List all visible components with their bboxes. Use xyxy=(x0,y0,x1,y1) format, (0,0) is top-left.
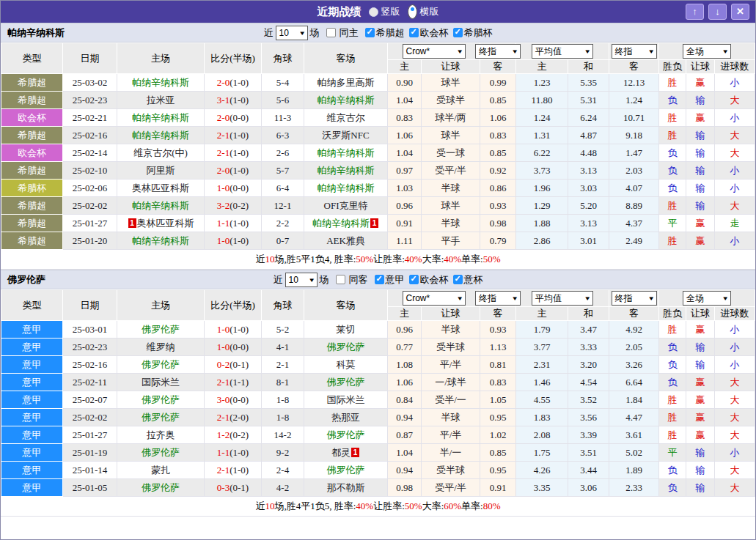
score-cell: 1-1(1-0) xyxy=(205,215,262,232)
same-venue-checkbox[interactable] xyxy=(336,275,345,284)
corners-cell: 4-1 xyxy=(262,339,304,356)
euro-away-odds: 4.37 xyxy=(609,215,659,232)
league-label[interactable]: 欧会杯 xyxy=(420,26,449,40)
final-odds-select[interactable]: 终指▾ xyxy=(475,291,521,306)
home-team-cell: 阿里斯 xyxy=(117,162,205,180)
window-title: 近期战绩 xyxy=(318,5,362,19)
close-button[interactable]: ✕ xyxy=(731,4,749,20)
same-venue-label[interactable]: 同客 xyxy=(349,273,368,286)
chevron-down-icon: ▾ xyxy=(458,295,462,302)
layout-radio-vertical[interactable]: 竖版 xyxy=(369,5,400,18)
euro-draw-odds: 3.13 xyxy=(568,162,609,180)
corners-cell: 0-7 xyxy=(262,232,304,250)
radio-selected-icon[interactable] xyxy=(408,4,417,19)
final-odds-select[interactable]: 终指▾ xyxy=(475,44,521,59)
match-count-select[interactable]: 10▾ xyxy=(276,26,308,40)
league-label[interactable]: 意甲 xyxy=(386,273,405,286)
euro-draw-odds: 5.20 xyxy=(568,197,609,215)
final-euro-select[interactable]: 终指▾ xyxy=(612,291,657,306)
match-row: 希腊超25-01-20帕纳辛纳科斯1-0(1-0)0-7AEK雅典1.11平手0… xyxy=(1,232,755,250)
league-checkbox[interactable]: ✓ xyxy=(409,275,419,284)
fulltime-score: 2-0 xyxy=(217,77,230,88)
euro-home-odds: 1.31 xyxy=(516,127,568,144)
score-cell: 1-1(1-0) xyxy=(205,444,262,462)
league-checkbox[interactable]: ✓ xyxy=(409,28,419,37)
home-team-name: 奥林匹亚科斯 xyxy=(137,218,194,229)
wdl-result: 负 xyxy=(659,92,686,109)
handicap-line: 球半/两 xyxy=(422,109,480,127)
euro-away-odds: 10.71 xyxy=(609,109,659,127)
radio-label[interactable]: 竖版 xyxy=(381,5,400,18)
handicap-home-odds: 0.98 xyxy=(388,479,422,497)
halftime-score: (1-0) xyxy=(230,324,249,335)
final-euro-select[interactable]: 终指▾ xyxy=(612,44,657,59)
euro-draw-odds: 3.47 xyxy=(568,321,609,339)
col-score: 比分(半场) xyxy=(205,43,262,74)
league-type-cell: 希腊杯 xyxy=(1,180,63,197)
handicap-home-odds: 1.06 xyxy=(388,127,422,144)
summary-text: 单率: xyxy=(461,253,483,266)
odds-source-select[interactable]: Crow*▾ xyxy=(403,291,466,306)
league-type-cell: 意甲 xyxy=(1,479,63,497)
average-select[interactable]: 平均值▾ xyxy=(532,291,593,306)
radio-icon[interactable] xyxy=(369,7,378,17)
layout-radio-horizontal[interactable]: 横版 xyxy=(408,4,439,19)
league-label[interactable]: 希腊杯 xyxy=(464,26,493,40)
home-team-cell: 佛罗伦萨 xyxy=(117,479,205,497)
match-count-select[interactable]: 10▾ xyxy=(285,273,318,287)
date-cell: 25-03-02 xyxy=(63,74,117,92)
average-select[interactable]: 平均值▾ xyxy=(532,44,593,59)
handicap-away-odds: 0.85 xyxy=(480,92,516,109)
league-checkbox[interactable]: ✓ xyxy=(365,28,375,37)
score-cell: 1-0(1-0) xyxy=(205,321,262,339)
match-row: 希腊超25-02-16帕纳辛纳科斯2-1(1-0)6-3沃罗斯NFC1.06球半… xyxy=(1,127,755,144)
euro-home-odds: 1.24 xyxy=(516,109,568,127)
league-type-cell: 欧会杯 xyxy=(1,109,63,127)
score-cell: 3-1(1-0) xyxy=(205,92,262,109)
wdl-result: 胜 xyxy=(659,321,686,339)
league-type-cell: 希腊超 xyxy=(1,92,63,109)
match-rows: 希腊超25-03-02帕纳辛纳科斯2-0(1-0)5-4帕纳多里高斯0.90球半… xyxy=(1,74,755,250)
halftime-score: (0-1) xyxy=(230,482,249,493)
euro-home-odds: 1.75 xyxy=(516,444,568,462)
sub-col-euro-draw: 和 xyxy=(568,307,609,321)
move-up-button[interactable]: ↑ xyxy=(686,4,704,20)
same-venue-label[interactable]: 同主 xyxy=(340,26,359,40)
euro-away-odds: 6.64 xyxy=(609,374,659,391)
home-team-name: 佛罗伦萨 xyxy=(142,359,180,370)
handicap-result: 赢 xyxy=(686,426,715,444)
away-team-cell: 帕纳辛纳科斯 xyxy=(304,180,388,197)
league-checkbox[interactable]: ✓ xyxy=(375,275,384,284)
away-team-cell: 沃罗斯NFC xyxy=(304,127,388,144)
halftime-score: (1-0) xyxy=(230,130,249,141)
away-team-cell: 帕纳辛纳科斯 xyxy=(304,144,388,162)
odds-source-select[interactable]: Crow*▾ xyxy=(403,44,466,59)
date-cell: 25-02-11 xyxy=(63,374,117,391)
period-select[interactable]: 全场▾ xyxy=(683,44,731,59)
league-checkbox[interactable]: ✓ xyxy=(453,275,463,284)
euro-draw-odds: 5.31 xyxy=(568,92,609,109)
date-cell: 25-01-27 xyxy=(63,426,117,444)
radio-label[interactable]: 横版 xyxy=(420,5,439,18)
league-label[interactable]: 希腊超 xyxy=(376,26,405,40)
handicap-away-odds: 0.95 xyxy=(480,409,516,426)
league-label[interactable]: 意杯 xyxy=(464,273,483,286)
league-label[interactable]: 欧会杯 xyxy=(420,273,449,286)
league-checkbox[interactable]: ✓ xyxy=(453,28,463,37)
home-team-name: 帕纳辛纳科斯 xyxy=(132,130,189,141)
away-team-cell: 佛罗伦萨 xyxy=(304,374,388,391)
move-down-button[interactable]: ↓ xyxy=(708,4,727,20)
check-icon: ✓ xyxy=(367,27,373,37)
home-team-cell: 国际米兰 xyxy=(117,374,205,391)
corners-cell: 1-8 xyxy=(262,391,304,409)
score-cell: 1-0(0-0) xyxy=(205,339,262,356)
same-venue-checkbox[interactable] xyxy=(326,28,336,37)
euro-home-odds: 2.08 xyxy=(516,426,568,444)
date-cell: 25-02-21 xyxy=(63,109,117,127)
away-team-cell: 维京古尔 xyxy=(304,109,388,127)
league-filter-group: ✓意甲✓欧会杯✓意杯 xyxy=(370,273,483,286)
fulltime-score: 1-0 xyxy=(217,324,230,335)
home-team-cell: 佛罗伦萨 xyxy=(117,321,205,339)
handicap-line: 受平/半 xyxy=(422,479,480,497)
period-select[interactable]: 全场▾ xyxy=(683,291,731,306)
